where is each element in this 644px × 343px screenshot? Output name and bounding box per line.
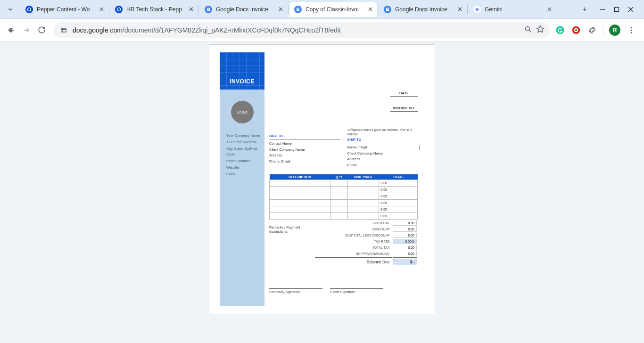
browser-tab[interactable]: Pepper Content - Wo	[21, 2, 108, 17]
table-row: 0.00	[270, 200, 418, 206]
tab-close-icon[interactable]	[366, 6, 374, 13]
invoice-main: DATE INVOICE NO. BILL TO Contact Name Cl…	[269, 52, 418, 306]
gemini-favicon-icon	[473, 6, 481, 13]
svg-rect-14	[297, 9, 299, 9]
extension-icons: R	[555, 24, 636, 36]
tab-title: Pepper Content - Wo	[37, 6, 98, 13]
logo-placeholder: LOGO	[231, 101, 254, 123]
url-text: docs.google.com/document/d/1AFYGM82Zkqi_…	[73, 26, 520, 34]
minimize-icon[interactable]	[599, 6, 606, 13]
remarks-label: Remarks / Payment Instructions:	[269, 222, 314, 234]
svg-rect-8	[207, 9, 209, 9]
items-table: DESCRIPTION QTY UNIT PRICE TOTAL 0.000.0…	[269, 174, 418, 220]
svg-point-41	[631, 32, 632, 33]
text-cursor	[420, 145, 420, 150]
tab-title: HR Tech Stack - Pepp	[126, 6, 187, 13]
invoice-no-label: INVOICE NO.	[390, 106, 418, 112]
grammarly-icon[interactable]	[555, 25, 565, 35]
signature-row: Company Signature Client Signature	[269, 288, 418, 294]
forward-button[interactable]	[19, 23, 34, 38]
new-tab-button[interactable]: +	[578, 3, 591, 16]
pepper-favicon-icon	[115, 6, 123, 13]
svg-point-35	[556, 26, 564, 34]
totals-table: SUBTOTAL0.00 DISCOUNT0.00 SUBTOTAL LESS …	[314, 220, 418, 266]
tab-close-icon[interactable]	[187, 6, 195, 13]
svg-point-38	[575, 29, 577, 31]
svg-rect-15	[297, 10, 298, 10]
tab-title: Copy of Classic-Invoi	[305, 6, 366, 13]
document-page[interactable]: INVOICE LOGO Your Company Name 123 Stree…	[209, 44, 435, 314]
table-row: 0.00	[270, 213, 418, 220]
tab-close-icon[interactable]	[98, 6, 105, 13]
profile-avatar[interactable]: R	[609, 24, 620, 36]
tab-title: Google Docs Invoice	[216, 6, 277, 13]
gdoc-favicon-icon	[384, 6, 391, 13]
tab-separator	[198, 5, 199, 14]
table-row: 0.00	[270, 187, 418, 193]
kebab-menu-icon[interactable]	[626, 25, 636, 35]
gdoc-favicon-icon	[294, 6, 302, 13]
svg-rect-19	[387, 8, 388, 9]
svg-point-3	[117, 8, 121, 11]
svg-rect-9	[207, 10, 209, 10]
svg-point-40	[631, 29, 632, 31]
extension-icon-2[interactable]	[571, 25, 581, 35]
date-label: DATE	[390, 91, 418, 97]
site-info-icon[interactable]	[59, 26, 68, 34]
tab-search-button[interactable]	[2, 2, 19, 16]
invoice-sidebar: INVOICE LOGO Your Company Name 123 Stree…	[220, 52, 264, 306]
invoice-header: INVOICE	[220, 52, 264, 90]
tab-separator	[288, 5, 289, 14]
browser-tab[interactable]: Google Docs Invoice	[379, 2, 466, 17]
svg-line-34	[529, 30, 531, 32]
svg-rect-13	[297, 8, 299, 9]
table-row: 0.00	[270, 206, 418, 213]
tab-separator	[378, 5, 378, 14]
gdoc-favicon-icon	[205, 6, 212, 13]
svg-point-39	[631, 27, 632, 28]
svg-rect-27	[615, 7, 619, 11]
svg-rect-21	[387, 10, 388, 10]
browser-tab[interactable]: Gemini	[469, 2, 556, 17]
browser-tab[interactable]: Copy of Classic-Invoi	[289, 2, 377, 17]
company-info: Your Company Name 123 Street Address Cit…	[220, 133, 264, 182]
svg-point-0	[28, 8, 31, 11]
document-viewport[interactable]: INVOICE LOGO Your Company Name 123 Stree…	[0, 41, 644, 343]
client-signature: Client Signature	[330, 288, 383, 294]
table-row: 0.00	[270, 193, 418, 200]
tab-separator	[467, 5, 468, 14]
bill-to-column: BILL TO Contact Name Client Company Name…	[269, 126, 340, 169]
tab-close-icon[interactable]	[277, 6, 284, 13]
tabs: Pepper Content - WoHR Tech Stack - PeppG…	[21, 0, 576, 18]
svg-rect-30	[61, 28, 66, 32]
window-controls	[591, 6, 642, 13]
tab-title: Google Docs Invoice	[395, 6, 456, 13]
separator	[603, 25, 603, 35]
company-signature: Company Signature	[269, 288, 322, 294]
extensions-icon[interactable]	[587, 25, 597, 35]
table-row: 0.00	[270, 180, 418, 187]
tab-separator	[109, 5, 109, 14]
address-bar: docs.google.com/document/d/1AFYGM82Zkqi_…	[0, 19, 644, 41]
zoom-icon[interactable]	[524, 25, 532, 35]
omnibox[interactable]: docs.google.com/document/d/1AFYGM82Zkqi_…	[54, 22, 550, 38]
pepper-favicon-icon	[25, 6, 33, 13]
svg-point-33	[525, 26, 529, 31]
svg-rect-7	[207, 8, 209, 9]
tab-close-icon[interactable]	[545, 6, 553, 13]
browser-tab[interactable]: Google Docs Invoice	[200, 2, 287, 17]
ship-to-column: <Payment terms (due on receipt, due in X…	[347, 126, 418, 169]
tab-close-icon[interactable]	[456, 6, 463, 13]
reload-button[interactable]	[34, 23, 49, 38]
svg-rect-20	[387, 9, 388, 9]
maximize-icon[interactable]	[613, 6, 620, 13]
browser-tab[interactable]: HR Tech Stack - Pepp	[110, 2, 198, 17]
tab-title: Gemini	[485, 6, 545, 13]
back-button[interactable]	[4, 23, 19, 38]
bookmark-icon[interactable]	[536, 25, 545, 35]
close-icon[interactable]	[627, 6, 635, 13]
titlebar: Pepper Content - WoHR Tech Stack - PeppG…	[0, 0, 644, 19]
